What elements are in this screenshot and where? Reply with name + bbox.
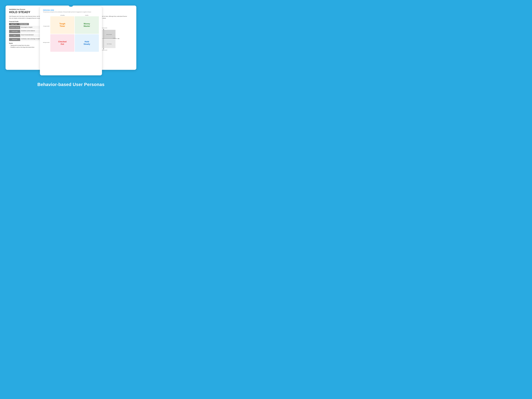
left-label-foregrounded: Foregrounded [43,18,50,34]
bottom-title: Behavior-based User Personas [0,82,142,87]
main-container: HelloWallet User Persona HOLD STEADY Hol… [0,0,142,106]
grid-top-labels: Unhealthy Healthy [50,15,99,16]
label-credit: Credit Cards [9,30,20,33]
left-label-backgrounded: Backgrounded [43,34,50,51]
svg-marker-8 [103,49,104,50]
tough-timer-label: ToughTimer [59,23,65,27]
grid-main: Unhealthy Healthy ToughTimer MoneyMaster… [50,15,99,52]
cell-hold-steady[interactable]: HoldSteady [75,34,99,52]
cell-money-master[interactable]: MoneyMaster [75,16,99,34]
top-label-healthy: Healthy [75,15,99,16]
grid-cells: ToughTimer MoneyMaster CheckedOut HoldSt… [50,16,99,52]
svg-text:Hold Steady: Hold Steady [107,44,112,44]
tab-money-master[interactable]: Money Master [19,23,29,25]
grid-left-labels: Foregrounded Backgrounded [43,15,50,52]
cell-tough-timer[interactable]: ToughTimer [50,16,74,34]
svg-text:Money Master: Money Master [106,34,112,35]
persona-grid-area: Foregrounded Backgrounded Unhealthy Heal… [43,15,99,52]
tab-tough-timer[interactable]: Tough Timer [9,23,19,25]
grid-subtitle: The personas are based on the combinatio… [43,11,99,13]
cards-area: HelloWallet User Persona HOLD STEADY Hol… [6,3,136,76]
label-emergency: Emergency Savings [9,26,20,29]
checked-out-label: CheckedOut [58,41,66,45]
bottom-section: Behavior-based User Personas [0,78,142,89]
label-hsa: HSA [9,34,20,37]
grid-title: PERSONA GRID [43,9,99,11]
hold-steady-label: HoldSteady [83,41,90,45]
svg-marker-7 [119,38,119,39]
label-retirement: Retirement [9,38,20,41]
svg-marker-6 [103,29,104,30]
persona-grid-card: PERSONA GRID The personas are based on t… [40,7,102,75]
top-label-unhealthy: Unhealthy [50,15,75,16]
cell-checked-out[interactable]: CheckedOut [50,34,74,52]
svg-text:Positive: Positive [113,38,116,39]
money-master-label: MoneyMaster [83,23,90,27]
